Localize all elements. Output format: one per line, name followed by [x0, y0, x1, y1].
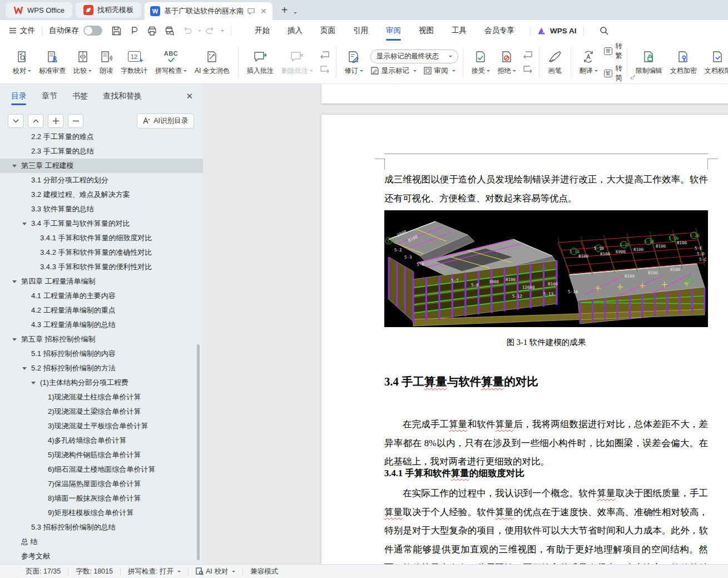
menu-tab-6[interactable]: 工具	[443, 21, 476, 41]
toc-collapse-arrow-icon[interactable]	[12, 280, 17, 285]
toc-collapse-arrow-icon[interactable]	[12, 165, 17, 170]
figure-image[interactable]: 5-4300081005-25-35-45-75-839008100126008…	[384, 210, 708, 327]
next-comment-icon[interactable]	[318, 63, 331, 76]
paragraph[interactable]: 在实际工作的过程中，我认识到一个概念。软件算量取决于图纸质量，手工算量取决于个人…	[384, 484, 708, 564]
encrypt-button[interactable]: 文档加密	[666, 47, 701, 78]
ribbon-expand-icon[interactable]	[631, 75, 636, 80]
print-preview-icon[interactable]	[164, 24, 176, 37]
toc-collapse-arrow-icon[interactable]	[12, 338, 17, 343]
word-count-button[interactable]: 12+ 字数统计	[117, 47, 151, 78]
toc-item[interactable]: 5)现浇构件钢筋综合单价计算	[0, 448, 203, 462]
insert-comment-button[interactable]: 插入批注	[243, 47, 278, 78]
previous-change-icon[interactable]	[521, 49, 534, 61]
menu-tab-3[interactable]: 引用	[344, 21, 377, 41]
toc-item[interactable]: 2.3 手工算量的总结	[0, 144, 203, 159]
read-aloud-button[interactable]: 朗读	[96, 47, 117, 78]
tab-docer-templates[interactable]: 找稻壳模板	[76, 2, 141, 18]
toc-item[interactable]: 3.1 分部分项工程的划分	[0, 173, 203, 187]
toc-item[interactable]: 2.2 手工算量的难点	[0, 133, 203, 144]
close-tab-icon[interactable]: ✕	[260, 7, 267, 16]
reject-button[interactable]: 拒绝	[494, 47, 520, 78]
paragraph[interactable]: 成三维视图以便于造价人员发现绘制错误并进行改正，大大提高工作效率。软件还有可视化…	[384, 170, 708, 208]
toc-item[interactable]: (1)主体结构分部分项工程费	[0, 376, 203, 390]
close-sidebar-icon[interactable]: ✕	[186, 91, 193, 101]
menu-tab-2[interactable]: 页面	[311, 21, 344, 41]
toc-item[interactable]: 5.2 招标控制价编制的方法	[0, 361, 203, 376]
accept-button[interactable]: 接受	[468, 47, 494, 78]
toc-item[interactable]: 3.4.2 手算和软件算量的准确性对比	[0, 245, 203, 260]
autosave-toggle[interactable]	[83, 26, 102, 36]
ai-proofread-status[interactable]: AI 校对	[196, 567, 235, 576]
paragraph[interactable]: 在完成手工算量和软件算量后，我将两组数据进行对比，总体差距不大，差异率都在 8%…	[384, 415, 708, 471]
doc-rights-button[interactable]: 文档权限	[701, 47, 728, 78]
expand-all-button[interactable]	[28, 114, 43, 128]
toc-collapse-arrow-icon[interactable]	[22, 223, 27, 228]
toc-item[interactable]: 5.1 招标控制价编制的内容	[0, 347, 203, 361]
figure-caption[interactable]: 图 3-1 软件建模的成果	[384, 337, 708, 348]
restrict-edit-button[interactable]: 限制编辑	[632, 47, 666, 78]
collapse-all-button[interactable]	[8, 114, 23, 128]
toc-scrollbar[interactable]	[197, 344, 200, 560]
menu-tab-5[interactable]: 视图	[410, 21, 443, 41]
tab-list-chevron-icon[interactable]	[294, 12, 297, 16]
menu-tab-7[interactable]: 会员专享	[476, 21, 523, 41]
sidebar-tab-1[interactable]: 章节	[42, 84, 57, 108]
toc-item[interactable]: 9)矩形柱模板综合单价计算	[0, 506, 203, 520]
toc-item[interactable]: 6)细石混凝土楼地面综合单价计算	[0, 462, 203, 477]
comment-bubble-icon[interactable]	[247, 7, 255, 15]
review-pane-button[interactable]: 审阅	[423, 66, 455, 76]
spellcheck-status[interactable]: 拼写检查: 打开	[128, 567, 181, 576]
standard-review-button[interactable]: 标准审查	[35, 47, 70, 78]
toc-item[interactable]: 第四章 工程量清单编制	[0, 274, 203, 289]
toc-item[interactable]: 第五章 招标控制价编制	[0, 332, 203, 347]
file-menu-button[interactable]: 文件	[9, 26, 35, 36]
toc-item[interactable]: 3.4 手工算量与软件算量的对比	[0, 216, 203, 231]
toc-item[interactable]: 1)现浇混凝土柱综合单价计算	[0, 390, 203, 404]
toc-item[interactable]: 3.2 建模过程、难点及解决方案	[0, 187, 203, 202]
history-chevron-icon[interactable]	[221, 30, 224, 33]
toc-item[interactable]: 4.3 工程量清单编制的总结	[0, 318, 203, 332]
spell-check-button[interactable]: ABC 拼写检查	[151, 47, 191, 78]
toc-item[interactable]: 7)保温隔热屋面综合单价计算	[0, 477, 203, 491]
menu-tab-4[interactable]: 审阅	[377, 21, 410, 41]
new-tab-button[interactable]: +	[281, 4, 288, 17]
toc-item[interactable]: 3.3 软件算量的总结	[0, 202, 203, 216]
toc-collapse-arrow-icon[interactable]	[31, 382, 36, 387]
toc-item[interactable]: 2)现浇混凝土梁综合单价计算	[0, 404, 203, 419]
toc-item[interactable]: 4)多孔砖墙综合单价计算	[0, 433, 203, 448]
ai-recognize-toc-button[interactable]: AI识别目录	[137, 113, 194, 129]
section-heading[interactable]: 3.4 手工算量与软件算量的对比	[384, 374, 708, 389]
compare-button[interactable]: 比较	[70, 47, 96, 78]
sidebar-tab-2[interactable]: 书签	[72, 84, 88, 108]
toc-item[interactable]: 8)墙面一般抹灰综合单价计算	[0, 491, 203, 506]
tab-wps-office[interactable]: WPS Office	[6, 2, 72, 18]
markup-state-select[interactable]: 显示标记的最终状态	[370, 50, 458, 63]
toc-item[interactable]: 4.1 工程量清单的主要内容	[0, 289, 203, 303]
toc-item[interactable]: 总 结	[0, 535, 203, 549]
toc-item[interactable]: 第三章 工程建模	[0, 159, 203, 173]
toc-item[interactable]: 3.4.1 手算和软件算量的细致度对比	[0, 231, 203, 245]
menu-tab-0[interactable]: 开始	[246, 21, 279, 41]
toc-item[interactable]: 3)现浇混凝土平板综合单价计算	[0, 419, 203, 433]
previous-comment-icon[interactable]	[318, 49, 331, 61]
menu-tab-1[interactable]: 插入	[279, 21, 311, 41]
sidebar-tab-3[interactable]: 查找和替换	[103, 84, 142, 108]
tab-document-active[interactable]: W 基于广联达软件的丽水南城五 ✕	[145, 2, 273, 20]
ai-polish-button[interactable]: AI 全文润色	[191, 47, 234, 78]
toc-item[interactable]: 参考文献	[0, 549, 203, 564]
pen-button[interactable]: 画笔	[544, 47, 566, 78]
toc-item[interactable]: 3.4.3 手算和软件算量的便利性对比	[0, 260, 203, 274]
document-page[interactable]: 成三维视图以便于造价人员发现绘制错误并进行改正，大大提高工作效率。软件还有可视化…	[321, 115, 728, 564]
toc-collapse-arrow-icon[interactable]	[22, 367, 27, 372]
to-simplified-button[interactable]: 繁 转简	[604, 64, 622, 83]
export-pdf-icon[interactable]	[128, 24, 140, 37]
to-traditional-button[interactable]: 简 转繁	[604, 42, 622, 61]
show-markup-button[interactable]: 显示标记	[370, 66, 417, 76]
translate-button[interactable]: 翻译	[576, 47, 602, 78]
subsection-heading[interactable]: 3.4.1 手算和软件算量的细致度对比	[384, 467, 708, 480]
toc-item[interactable]: 4.2 工程量清单编制的重点	[0, 303, 203, 318]
print-icon[interactable]	[146, 24, 158, 37]
next-change-icon[interactable]	[521, 63, 534, 76]
save-icon[interactable]	[110, 24, 122, 37]
toc-item[interactable]: 5.3 招标控制价编制的总结	[0, 520, 203, 535]
